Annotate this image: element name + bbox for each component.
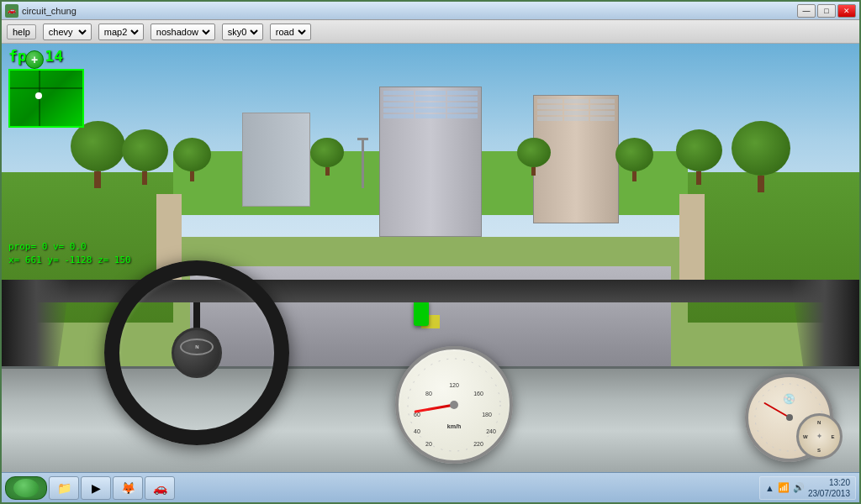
main-window: 🚗 circuit_chung — □ ✕ help chevy nissan …: [0, 0, 861, 504]
taskbar-btn-3[interactable]: 🦊: [113, 476, 143, 500]
path-right: [679, 194, 705, 302]
title-bar: 🚗 circuit_chung — □ ✕: [2, 2, 859, 20]
taskbar-btn-1[interactable]: 📁: [49, 476, 79, 500]
building-left: [242, 113, 311, 207]
start-button[interactable]: [5, 476, 47, 500]
tree-3: [173, 138, 211, 181]
zoom-button[interactable]: +: [25, 50, 44, 69]
sky-select[interactable]: sky0 sky1 sky2: [224, 26, 261, 38]
xyz-display: x= 661 y= -1128 z= 150: [8, 254, 131, 266]
minimap-bg: [10, 71, 82, 126]
tray-volume-icon: 🔊: [793, 482, 805, 493]
tree-8: [517, 138, 551, 176]
map-dropdown[interactable]: map2 map1 map3: [98, 24, 144, 40]
tree-1: [71, 121, 125, 188]
game-viewport: N 120 160 180 80: [2, 44, 859, 472]
prop-display: prop= 0 v= 0.0: [8, 240, 131, 253]
path-left: [156, 194, 182, 302]
window-icon: 🚗: [5, 4, 18, 18]
minimap-road-h: [10, 87, 82, 89]
road-surface: [190, 266, 670, 429]
system-tray: ▲ 📶 🔊 13:20 23/07/2013: [759, 476, 856, 500]
road-dropdown[interactable]: road dirt: [270, 24, 311, 40]
right-grass: [688, 172, 859, 323]
help-menu[interactable]: help: [7, 24, 36, 39]
tray-arrow-icon: ▲: [765, 483, 774, 493]
menu-bar: help chevy nissan bmw map2 map1 map3 nos…: [2, 20, 859, 44]
road-marking-2: [421, 356, 441, 370]
road-select[interactable]: road dirt: [272, 26, 309, 38]
tray-signal-icon: 📶: [778, 482, 790, 493]
minimap: [8, 69, 84, 128]
tree-7: [310, 138, 344, 176]
tree-5: [676, 129, 722, 185]
sky-dropdown[interactable]: sky0 sky1 sky2: [222, 24, 263, 40]
map-select[interactable]: map2 map1 map3: [101, 26, 141, 38]
car-dropdown[interactable]: chevy nissan bmw: [43, 24, 92, 40]
tree-4: [732, 121, 790, 192]
road-marking-3: [421, 389, 441, 402]
maximize-button[interactable]: □: [817, 4, 836, 18]
taskbar: 📁 ▶ 🦊 🚗 ▲ 📶 🔊 13:20 23/07/2013: [2, 472, 859, 502]
taskbar-btn-4[interactable]: 🚗: [145, 476, 175, 500]
clock-time: 13:20: [808, 477, 850, 488]
window-title: circuit_chung: [22, 6, 797, 16]
window-controls: — □ ✕: [797, 4, 856, 18]
shadow-dropdown[interactable]: noshadow shadow: [151, 24, 215, 40]
tree-6: [615, 138, 653, 181]
taskbar-btn-2[interactable]: ▶: [81, 476, 111, 500]
tree-2: [122, 129, 168, 185]
coordinates-display: prop= 0 v= 0.0 x= 661 y= -1128 z= 150: [8, 240, 131, 266]
close-button[interactable]: ✕: [837, 4, 856, 18]
building-center: [379, 87, 482, 237]
start-orb: [13, 479, 39, 497]
car-select[interactable]: chevy nissan bmw: [45, 26, 89, 38]
npc-car: [414, 301, 429, 326]
clock-date: 23/07/2013: [808, 488, 850, 499]
system-clock: 13:20 23/07/2013: [808, 477, 850, 499]
shadow-select[interactable]: noshadow shadow: [153, 26, 213, 38]
fps-value: 14: [45, 47, 63, 65]
minimize-button[interactable]: —: [797, 4, 816, 18]
streetlamp-1: [362, 138, 364, 188]
